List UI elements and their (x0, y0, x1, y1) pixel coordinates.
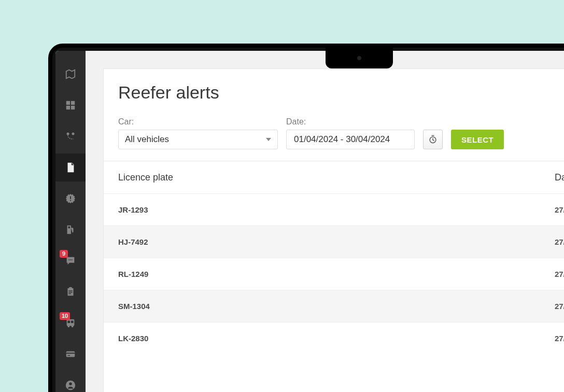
svg-point-22 (72, 326, 74, 328)
sidebar-item-alerts[interactable] (55, 185, 86, 213)
sidebar-item-fleet[interactable]: 10 (55, 309, 86, 337)
route-icon (65, 131, 76, 142)
page-title: Reefer alerts (118, 82, 564, 103)
cell-date: 27/04/2024 23:36 (555, 205, 564, 214)
cell-plate: HJ-7492 (118, 237, 555, 246)
svg-rect-14 (69, 287, 72, 289)
svg-rect-19 (68, 320, 70, 323)
date-range-input[interactable]: 01/04/2024 - 30/04/2024 (286, 130, 415, 149)
sidebar-item-account[interactable] (55, 371, 86, 392)
svg-point-27 (69, 383, 72, 386)
car-filter: Car: All vehicles (118, 117, 278, 149)
sidebar-item-map[interactable] (55, 60, 86, 88)
filter-bar: Car: All vehicles Date: 01/04/2024 - 30/… (118, 117, 564, 149)
table-row[interactable]: LK-283027/04/2024 23:32 (104, 322, 564, 354)
card-icon (65, 348, 76, 360)
cell-plate: SM-1304 (118, 302, 555, 311)
svg-rect-23 (66, 352, 75, 357)
cell-plate: JR-1293 (118, 205, 555, 214)
header-plate: Licence plate (118, 172, 555, 183)
fuel-icon (65, 224, 76, 235)
header-date: Date (555, 172, 564, 183)
car-label: Car: (118, 117, 278, 127)
laptop-frame: 9 10 Reefer alerts Car: (48, 44, 564, 392)
alerts-table: Licence plate Date JR-129327/04/2024 23:… (104, 161, 564, 354)
svg-rect-3 (66, 106, 70, 109)
sidebar-item-card[interactable] (55, 340, 86, 368)
svg-rect-25 (68, 355, 70, 356)
cell-plate: LK-2830 (118, 334, 555, 343)
user-icon (65, 380, 76, 391)
clock-icon (428, 134, 438, 145)
main-content: Reefer alerts Car: All vehicles Date: 01… (86, 51, 564, 392)
svg-rect-15 (68, 290, 72, 291)
time-button[interactable] (423, 130, 443, 149)
sidebar-item-fuel[interactable] (55, 216, 86, 244)
alert-badge-icon (65, 193, 76, 204)
car-select-value: All vehicles (125, 134, 169, 145)
svg-point-10 (68, 259, 69, 260)
svg-point-12 (72, 259, 73, 260)
cell-date: 27/04/2024 23:35 (555, 237, 564, 246)
date-label: Date: (286, 117, 415, 127)
table-body: JR-129327/04/2024 23:36HJ-749227/04/2024… (104, 193, 564, 354)
laptop-notch (326, 48, 393, 68)
svg-rect-20 (71, 320, 74, 323)
sidebar: 9 10 (55, 51, 86, 392)
svg-rect-7 (70, 196, 71, 199)
sidebar-item-clipboard[interactable] (55, 278, 86, 306)
sidebar-item-documents[interactable] (55, 153, 86, 181)
dashboard-icon (65, 100, 76, 111)
svg-rect-4 (71, 106, 75, 109)
car-select[interactable]: All vehicles (118, 130, 278, 149)
sidebar-item-dashboard[interactable] (55, 91, 86, 119)
select-button[interactable]: SELECT (451, 130, 504, 149)
document-icon (65, 162, 76, 173)
svg-rect-8 (70, 200, 71, 201)
svg-rect-9 (68, 227, 70, 229)
clipboard-icon (65, 286, 76, 298)
sidebar-item-messages[interactable]: 9 (55, 247, 86, 275)
screen: 9 10 Reefer alerts Car: (55, 51, 564, 392)
cell-plate: RL-1249 (118, 270, 555, 278)
chevron-down-icon (266, 138, 271, 141)
cell-date: 27/04/2024 23:35 (555, 302, 564, 311)
table-header: Licence plate Date (104, 161, 564, 193)
svg-rect-17 (68, 293, 71, 294)
map-icon (65, 68, 76, 80)
camera-dot (357, 56, 361, 60)
svg-point-6 (72, 133, 75, 135)
svg-rect-1 (66, 101, 70, 105)
cell-date: 27/04/2024 23:35 (555, 270, 564, 278)
messages-badge: 9 (60, 250, 68, 258)
svg-point-5 (67, 133, 69, 135)
sidebar-item-routes[interactable] (55, 122, 86, 150)
cell-date: 27/04/2024 23:32 (555, 334, 564, 343)
table-row[interactable]: SM-130427/04/2024 23:35 (104, 290, 564, 322)
table-row[interactable]: HJ-749227/04/2024 23:35 (104, 226, 564, 258)
svg-point-21 (68, 326, 70, 328)
svg-marker-0 (66, 70, 75, 79)
content-card: Reefer alerts Car: All vehicles Date: 01… (103, 68, 564, 392)
svg-rect-16 (68, 292, 72, 292)
date-filter: Date: 01/04/2024 - 30/04/2024 (286, 117, 415, 149)
table-row[interactable]: RL-124927/04/2024 23:35 (104, 258, 564, 290)
svg-rect-2 (71, 101, 75, 105)
table-row[interactable]: JR-129327/04/2024 23:36 (104, 193, 564, 226)
svg-point-11 (70, 259, 71, 260)
date-range-value: 01/04/2024 - 30/04/2024 (294, 134, 390, 145)
svg-rect-24 (66, 353, 75, 354)
fleet-badge: 10 (60, 312, 70, 320)
